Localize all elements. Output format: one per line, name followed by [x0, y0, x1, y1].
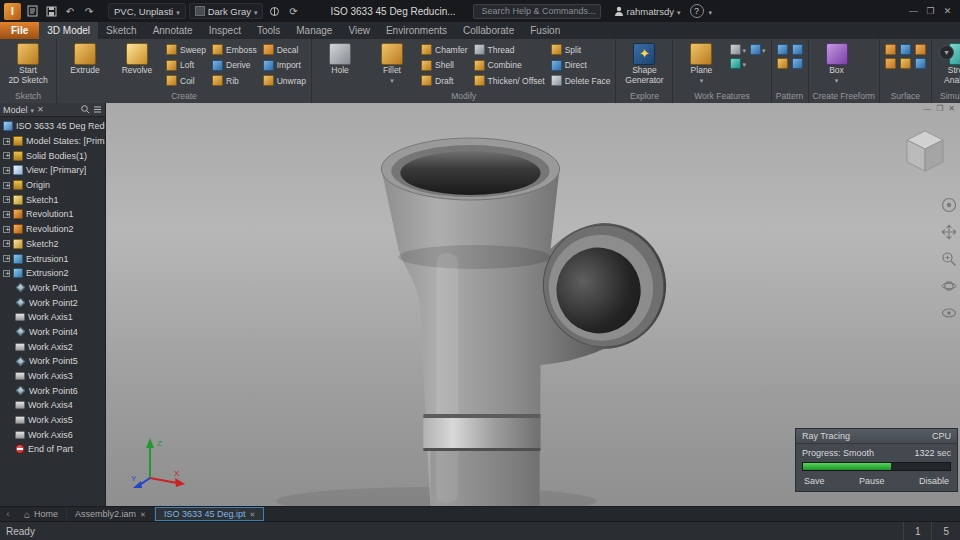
work-point-button[interactable]: [750, 44, 766, 55]
draft-button[interactable]: Draft: [419, 73, 470, 88]
tab-close-icon[interactable]: [140, 509, 146, 519]
ucs-button[interactable]: [730, 58, 746, 69]
ruled-surface-button[interactable]: [915, 58, 926, 69]
expander-icon[interactable]: [3, 240, 10, 247]
tree-item-end-of-part[interactable]: End of Part: [0, 442, 105, 457]
rectangular-pattern-button[interactable]: [777, 44, 788, 55]
doc-minimize-icon[interactable]: —: [923, 104, 931, 113]
hole-button[interactable]: Hole: [315, 41, 365, 91]
direct-button[interactable]: Direct: [549, 58, 613, 73]
help-button[interactable]: ?: [690, 4, 704, 18]
freeform-box-button[interactable]: Box: [812, 41, 862, 91]
tree-item-work-point6[interactable]: Work Point6: [0, 383, 105, 398]
import-button[interactable]: Import: [261, 58, 308, 73]
thicken-offset-button[interactable]: Thicken/ Offset: [472, 73, 547, 88]
search-input[interactable]: Search Help & Commands...: [473, 4, 601, 19]
tree-item-solid-bodies[interactable]: Solid Bodies(1): [0, 148, 105, 163]
rib-button[interactable]: Rib: [210, 73, 259, 88]
thread-button[interactable]: Thread: [472, 42, 547, 57]
shell-button[interactable]: Shell: [419, 58, 470, 73]
tree-item-origin[interactable]: Origin: [0, 178, 105, 193]
ray-save-button[interactable]: Save: [804, 476, 825, 486]
tab-environments[interactable]: Environments: [378, 22, 455, 39]
tab-sketch[interactable]: Sketch: [98, 22, 145, 39]
extrude-button[interactable]: Extrude: [60, 41, 110, 91]
revolve-button[interactable]: Revolve: [112, 41, 162, 91]
document-tab-iso3633[interactable]: ISO 3633 45 Deg.ipt: [155, 507, 264, 521]
tab-collaborate[interactable]: Collaborate: [455, 22, 522, 39]
tree-item-view[interactable]: View: [Primary]: [0, 163, 105, 178]
tree-item-root[interactable]: ISO 3633 45 Deg Reducing: [0, 119, 105, 134]
tab-view[interactable]: View: [340, 22, 378, 39]
tree-item-work-axis6[interactable]: Work Axis6: [0, 427, 105, 442]
ray-disable-button[interactable]: Disable: [919, 476, 949, 486]
minimize-button[interactable]: —: [905, 3, 922, 19]
save-icon[interactable]: [43, 4, 59, 19]
fillet-button[interactable]: Fillet: [367, 41, 417, 91]
expander-icon[interactable]: [3, 270, 10, 277]
expander-icon[interactable]: [3, 167, 10, 174]
decal-button[interactable]: Decal: [261, 42, 308, 57]
tab-scroll-left-icon[interactable]: ‹: [0, 507, 16, 521]
tree-item-work-axis2[interactable]: Work Axis2: [0, 339, 105, 354]
extend-surface-button[interactable]: [885, 58, 896, 69]
derive-button[interactable]: Derive: [210, 58, 259, 73]
tree-item-extrusion2[interactable]: Extrusion2: [0, 266, 105, 281]
browser-menu-icon[interactable]: [93, 105, 102, 114]
tree-item-extrusion1[interactable]: Extrusion1: [0, 251, 105, 266]
expander-icon[interactable]: [3, 196, 10, 203]
circular-pattern-button[interactable]: [792, 44, 803, 55]
pan-icon[interactable]: [941, 224, 957, 240]
ribbon-options-button[interactable]: ▾: [939, 45, 954, 60]
tree-item-work-point1[interactable]: Work Point1: [0, 281, 105, 296]
tab-close-icon[interactable]: [250, 509, 256, 519]
expander-icon[interactable]: [3, 138, 10, 145]
expander-icon[interactable]: [3, 182, 10, 189]
app-logo-icon[interactable]: I: [4, 3, 21, 20]
expander-icon[interactable]: [3, 255, 10, 262]
tree-item-revolution2[interactable]: Revolution2: [0, 222, 105, 237]
coil-button[interactable]: Coil: [164, 73, 208, 88]
delete-face-button[interactable]: Delete Face: [549, 73, 613, 88]
tree-item-work-axis4[interactable]: Work Axis4: [0, 398, 105, 413]
trim-surface-button[interactable]: [915, 44, 926, 55]
chamfer-button[interactable]: Chamfer: [419, 42, 470, 57]
tree-item-revolution1[interactable]: Revolution1: [0, 207, 105, 222]
loft-button[interactable]: Loft: [164, 58, 208, 73]
tab-tools[interactable]: Tools: [249, 22, 288, 39]
orbit-icon[interactable]: [941, 278, 957, 294]
look-at-icon[interactable]: [941, 305, 957, 321]
close-button[interactable]: ✕: [939, 3, 956, 19]
emboss-button[interactable]: Emboss: [210, 42, 259, 57]
doc-restore-icon[interactable]: ❐: [936, 104, 943, 113]
tab-3d-model[interactable]: 3D Model: [39, 22, 98, 39]
adjust-icon[interactable]: [266, 4, 282, 19]
start-2d-sketch-button[interactable]: Start 2D Sketch: [3, 41, 53, 91]
combine-button[interactable]: Combine: [472, 58, 547, 73]
sketch-pattern-button[interactable]: [777, 58, 788, 69]
expander-icon[interactable]: [3, 226, 10, 233]
redo-icon[interactable]: ↷: [81, 4, 97, 19]
tab-manage[interactable]: Manage: [288, 22, 340, 39]
tab-fusion[interactable]: Fusion: [522, 22, 568, 39]
maximize-button[interactable]: ❐: [922, 3, 939, 19]
navigation-wheel-icon[interactable]: [941, 197, 957, 213]
expander-icon[interactable]: [3, 152, 10, 159]
tree-item-model-states[interactable]: Model States: [Primary]: [0, 134, 105, 149]
tree-item-work-point2[interactable]: Work Point2: [0, 295, 105, 310]
view-cube[interactable]: [901, 125, 949, 181]
split-button[interactable]: Split: [549, 42, 613, 57]
tree-item-sketch2[interactable]: Sketch2: [0, 237, 105, 252]
browser-search-icon[interactable]: [81, 105, 90, 114]
undo-icon[interactable]: ↶: [62, 4, 78, 19]
expander-icon[interactable]: [3, 211, 10, 218]
ray-pause-button[interactable]: Pause: [859, 476, 885, 486]
tree-item-work-axis3[interactable]: Work Axis3: [0, 369, 105, 384]
mirror-button[interactable]: [792, 58, 803, 69]
appearance-dropdown[interactable]: Dark Gray: [189, 3, 264, 19]
tree-item-work-point5[interactable]: Work Point5: [0, 354, 105, 369]
zoom-icon[interactable]: [941, 251, 957, 267]
tab-inspect[interactable]: Inspect: [201, 22, 249, 39]
tab-annotate[interactable]: Annotate: [145, 22, 201, 39]
sculpt-surface-button[interactable]: [900, 58, 911, 69]
